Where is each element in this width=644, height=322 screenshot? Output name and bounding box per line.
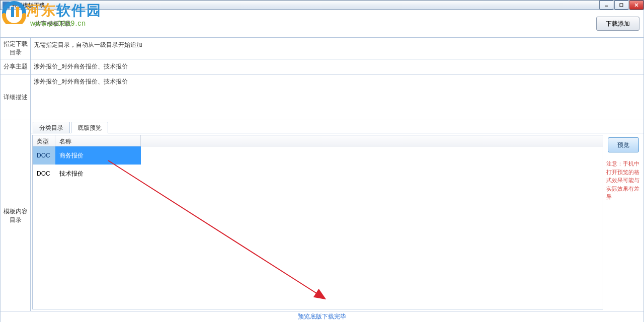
tab-baseplate-preview[interactable]: 底版预览 [71,122,108,133]
maximize-button[interactable] [614,1,628,10]
field-share-topic: 分享主题 涉外报价_对外商务报价、技术报价 [1,59,643,74]
field-download-dir: 指定下载目录 无需指定目录，自动从一级目录开始追加 [1,38,643,59]
preview-button[interactable]: 预览 [608,137,639,152]
tab-catalog[interactable]: 分类目录 [33,122,70,133]
fields-panel: 指定下载目录 无需指定目录，自动从一级目录开始追加 分享主题 涉外报价_对外商务… [0,38,644,120]
column-header-type[interactable]: 类型 [33,135,55,146]
template-content-panel: 模板内容目录 分类目录 底版预览 类型 名称 DOC 商务报价 DOC [0,120,644,311]
table-row[interactable]: DOC 商务报价 [33,146,603,165]
close-button[interactable] [629,1,643,10]
side-panel: 预览 注意：手机中打开预览的格式效果可能与实际效果有差异 [603,133,643,311]
svg-rect-3 [620,4,623,7]
toolbar-title: 共享模板下载 [35,20,71,28]
window-title: 共享模板下载 [12,2,45,9]
download-add-button[interactable]: 下载添加 [596,17,639,31]
cell-name: 技术报价 [55,170,141,178]
status-text: 预览底版下载完毕 [298,312,346,321]
table-row[interactable]: DOC 技术报价 [33,165,603,183]
preview-warning: 注意：手机中打开预览的格式效果可能与实际效果有差异 [606,159,640,201]
toolbar: 共享模板下载 下载添加 [0,10,644,38]
minimize-button[interactable] [599,1,613,10]
cell-type: DOC [33,146,55,165]
field-value: 涉外报价_对外商务报价、技术报价 [31,59,643,74]
window-titlebar: 共享模板下载 [0,0,644,10]
grid-body: DOC 商务报价 DOC 技术报价 [33,146,603,309]
field-label: 指定下载目录 [1,38,31,59]
field-label: 详细描述 [1,74,31,120]
column-header-name[interactable]: 名称 [55,135,141,146]
app-icon [3,2,10,9]
column-header-blank [141,135,603,146]
field-value: 无需指定目录，自动从一级目录开始追加 [31,38,643,59]
cell-name: 商务报价 [55,146,141,165]
template-grid: 类型 名称 DOC 商务报价 DOC 技术报价 [32,135,603,309]
cell-type: DOC [33,170,55,177]
field-detail-desc: 详细描述 涉外报价_对外商务报价、技术报价 [1,74,643,120]
tabs: 分类目录 底版预览 [31,120,643,133]
grid-header: 类型 名称 [33,135,603,146]
status-bar: 预览底版下载完毕 [0,311,644,322]
content-label: 模板内容目录 [1,120,31,311]
field-value: 涉外报价_对外商务报价、技术报价 [31,74,643,120]
field-label: 分享主题 [1,59,31,74]
